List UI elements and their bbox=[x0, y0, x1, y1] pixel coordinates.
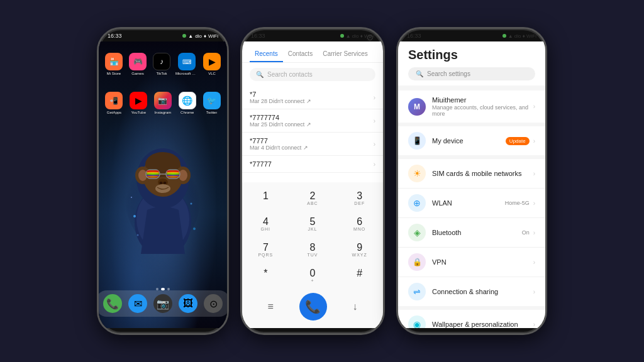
svg-point-25 bbox=[164, 182, 167, 184]
settings-bluetooth-item[interactable]: ◈ Bluetooth On › bbox=[398, 218, 545, 248]
monkey-wallpaper-svg bbox=[122, 116, 204, 254]
settings-my-device-item[interactable]: 📱 My device Update › bbox=[398, 126, 545, 155]
tab-carrier-services[interactable]: Carrier Services bbox=[318, 47, 373, 62]
app-vlc[interactable]: ▶ VLC bbox=[202, 53, 222, 75]
settings-wlan-item[interactable]: ⊕ WLAN Home-5G › bbox=[398, 189, 545, 218]
svg-point-29 bbox=[131, 197, 132, 198]
svg-rect-22 bbox=[167, 175, 179, 176]
dialer-search-bar[interactable]: 🔍 Search contacts bbox=[250, 68, 375, 81]
user-sub: Manage accounts, cloud services, and mor… bbox=[432, 104, 530, 117]
key-5[interactable]: 5JKL bbox=[289, 212, 336, 238]
avatar: M bbox=[408, 98, 426, 116]
call-info-3: *7777 Mar 4 Didn't connect ↗ bbox=[250, 137, 308, 151]
status-icons-home: ▲ dlo ♦ WiFi bbox=[182, 33, 218, 39]
call-item-3[interactable]: *7777 Mar 4 Didn't connect ↗ › bbox=[242, 133, 383, 156]
key-4[interactable]: 4GHI bbox=[242, 212, 289, 238]
app-grid-row1: 🏪 Mi Store 🎮 Games ♪ TikTok ⌨ Microsoft … bbox=[99, 53, 227, 75]
app-chrome[interactable]: 🌐 Chrome bbox=[177, 92, 197, 114]
settings-search-bar[interactable]: 🔍 Search settings bbox=[408, 67, 535, 80]
call-item-2[interactable]: *7777774 Mar 25 Didn't connect ↗ › bbox=[242, 109, 383, 133]
status-bar-home: 16:33 ▲ dlo ♦ WiFi bbox=[99, 29, 227, 41]
call-chevron-2: › bbox=[374, 118, 375, 124]
connection-text: Connection & sharing bbox=[432, 288, 530, 295]
sim-text: SIM cards & mobile networks bbox=[432, 170, 530, 177]
app-twitter[interactable]: 🐦 Twitter bbox=[201, 92, 222, 114]
key-3[interactable]: 3DEF bbox=[336, 186, 383, 212]
wallpaper-icon: ◉ bbox=[408, 315, 426, 328]
connection-icon: ⇌ bbox=[408, 283, 426, 300]
time-dialer: 16:33 bbox=[251, 33, 265, 39]
call-info-4: *77777 bbox=[250, 160, 272, 168]
home-screen: 🏪 Mi Store 🎮 Games ♪ TikTok ⌨ Microsoft … bbox=[99, 41, 227, 328]
search-placeholder: Search contacts bbox=[267, 71, 313, 78]
key-9[interactable]: 9WXYZ bbox=[336, 238, 383, 263]
wallpaper-chevron-icon: › bbox=[533, 321, 535, 328]
phone-dialer: 16:33 ▲ dlo ♦ WiFi ⚙ Recents Contacts Ca… bbox=[240, 27, 385, 335]
key-7[interactable]: 7PQRS bbox=[242, 238, 289, 263]
time-settings: 16:33 bbox=[407, 33, 421, 39]
call-detail-3: Mar 4 Didn't connect ↗ bbox=[250, 145, 308, 151]
key-6[interactable]: 6MNO bbox=[336, 212, 383, 238]
settings-device-section: 📱 My device Update › bbox=[398, 126, 545, 155]
wallpaper bbox=[99, 41, 227, 328]
app-tiktok[interactable]: ♪ TikTok bbox=[152, 53, 172, 75]
signal-dot bbox=[182, 34, 186, 38]
key-2[interactable]: 2ABC bbox=[289, 186, 336, 212]
settings-user-item[interactable]: M Miuithemer Manage accounts, cloud serv… bbox=[398, 90, 545, 123]
dock-camera[interactable]: 📷 bbox=[153, 294, 172, 313]
wallpaper-text: Wallpaper & personalization bbox=[432, 321, 530, 328]
key-hash[interactable]: # bbox=[336, 263, 383, 289]
app-instagram[interactable]: 📷 Instagram bbox=[153, 92, 174, 114]
sim-label: SIM cards & mobile networks bbox=[432, 170, 530, 177]
bluetooth-value: On bbox=[522, 229, 530, 236]
settings-user-section: M Miuithemer Manage accounts, cloud serv… bbox=[398, 90, 545, 123]
settings-connection-item[interactable]: ⇌ Connection & sharing › bbox=[398, 277, 545, 306]
dock-phone[interactable]: 📞 bbox=[103, 294, 122, 313]
svg-point-26 bbox=[155, 184, 170, 193]
call-info-2: *7777774 Mar 25 Didn't connect ↗ bbox=[250, 114, 311, 128]
tab-contacts[interactable]: Contacts bbox=[283, 47, 318, 62]
dock-camera2[interactable]: ⊙ bbox=[204, 294, 223, 313]
settings-wallpaper-item[interactable]: ◉ Wallpaper & personalization › bbox=[398, 310, 545, 328]
settings-title: Settings bbox=[408, 48, 535, 62]
settings-user-text: Miuithemer Manage accounts, cloud servic… bbox=[432, 96, 530, 117]
svg-point-31 bbox=[137, 234, 139, 236]
sim-chevron-icon: › bbox=[533, 170, 535, 177]
dialpad-menu-icon[interactable]: ≡ bbox=[267, 301, 273, 312]
my-device-icon: 📱 bbox=[408, 132, 426, 150]
dialpad: 1 2ABC 3DEF 4GHI 5JKL 6MNO 7PQRS 8TUV 9W… bbox=[242, 182, 383, 328]
user-name: Miuithemer bbox=[432, 96, 530, 104]
vpn-label: VPN bbox=[432, 258, 530, 266]
key-0[interactable]: 0+ bbox=[289, 263, 336, 289]
connection-chevron-icon: › bbox=[533, 288, 535, 295]
app-youtube[interactable]: ▶ YouTube bbox=[128, 92, 149, 114]
dialpad-grid: 1 2ABC 3DEF 4GHI 5JKL 6MNO 7PQRS 8TUV 9W… bbox=[242, 186, 383, 289]
app-mi-store[interactable]: 🏪 Mi Store bbox=[104, 53, 124, 75]
app-games[interactable]: 🎮 Games bbox=[128, 53, 148, 75]
call-item-1[interactable]: *7 Mar 28 Didn't connect ↗ › bbox=[242, 86, 383, 109]
tab-recents[interactable]: Recents bbox=[250, 47, 283, 62]
call-button[interactable]: 📞 bbox=[299, 293, 327, 321]
app-getapps[interactable]: 📲 GetApps bbox=[104, 92, 125, 114]
key-star[interactable]: * bbox=[242, 263, 289, 289]
svg-rect-18 bbox=[147, 175, 159, 176]
dock-messages[interactable]: ✉ bbox=[128, 294, 147, 313]
key-1[interactable]: 1 bbox=[242, 186, 289, 212]
connection-label: Connection & sharing bbox=[432, 288, 530, 295]
svg-rect-20 bbox=[167, 172, 179, 173]
update-badge: Update bbox=[506, 137, 530, 145]
settings-search-placeholder: Search settings bbox=[427, 70, 470, 77]
call-info-1: *7 Mar 28 Didn't connect ↗ bbox=[250, 90, 311, 104]
dock-gallery[interactable]: 🖼 bbox=[179, 294, 197, 313]
settings-vpn-item[interactable]: 🔒 VPN › bbox=[398, 248, 545, 277]
dialpad-download-icon[interactable]: ↓ bbox=[353, 301, 358, 312]
svg-point-30 bbox=[193, 228, 196, 230]
call-item-4[interactable]: *77777 › bbox=[242, 156, 383, 173]
bluetooth-text: Bluetooth bbox=[432, 229, 522, 236]
wlan-value: Home-5G bbox=[505, 200, 530, 206]
app-swiftkey[interactable]: ⌨ Microsoft SwiftKey bbox=[175, 53, 198, 75]
wlan-text: WLAN bbox=[432, 199, 505, 207]
settings-sim-item[interactable]: ☀ SIM cards & mobile networks › bbox=[398, 159, 545, 189]
settings-search-icon: 🔍 bbox=[416, 70, 423, 77]
key-8[interactable]: 8TUV bbox=[289, 238, 336, 263]
